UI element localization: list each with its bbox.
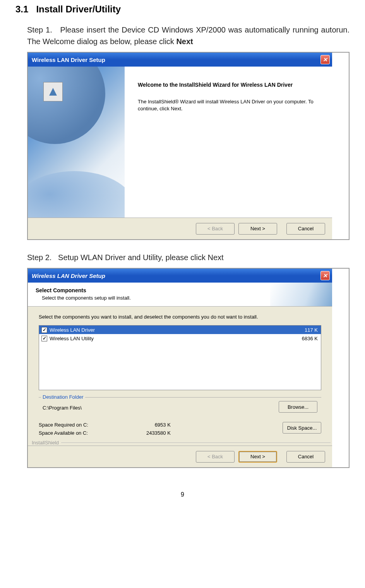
dialog1-titlebar: Wireless LAN Driver Setup ✕: [28, 53, 332, 67]
dialog2-titlebar: Wireless LAN Driver Setup ✕: [28, 269, 332, 283]
space-required-value: 6953 K: [146, 422, 171, 428]
dialog2-screenshot: Wireless LAN Driver Setup ✕ Select Compo…: [27, 268, 350, 468]
space-available-label: Space Available on C:: [39, 430, 88, 436]
next-button[interactable]: Next >: [238, 451, 277, 463]
list-item-size: 6836 K: [302, 336, 318, 341]
list-item-label: Wireless LAN Utility: [50, 336, 94, 341]
dialog2-footer: < Back Next > Cancel: [28, 446, 332, 467]
dialog1-screenshot: Wireless LAN Driver Setup ✕ Welcome to t…: [27, 52, 350, 240]
list-item-label: Wireless LAN Driver: [50, 327, 95, 333]
destination-folder-group: Destination Folder C:\Program Files\ Bro…: [39, 397, 321, 417]
dialog2-instruction: Select the components you want to instal…: [39, 314, 321, 321]
list-item[interactable]: ✓ Wireless LAN Utility 6836 K: [39, 334, 321, 343]
dialog1-welcome-title: Welcome to the InstallShield Wizard for …: [138, 81, 319, 89]
close-icon[interactable]: ✕: [320, 55, 330, 64]
disk-space-button[interactable]: Disk Space...: [283, 422, 321, 434]
list-item[interactable]: ✓ Wireless LAN Driver 117 K: [39, 326, 321, 334]
dialog2-title: Wireless LAN Driver Setup: [32, 273, 105, 279]
component-list[interactable]: ✓ Wireless LAN Driver 117 K ✓ Wireless L…: [39, 325, 321, 390]
dialog1-title: Wireless LAN Driver Setup: [32, 57, 105, 63]
section-heading: 3.1 Install Driver/Utility: [15, 4, 350, 15]
section-number: 3.1: [15, 4, 28, 14]
step2-text: Step 2. Setup WLAN Driver and Utility, p…: [27, 252, 350, 263]
destination-path: C:\Program Files\: [43, 403, 82, 411]
space-available-value: 2433580 K: [146, 430, 171, 436]
step1-bold: Next: [176, 37, 193, 46]
dialog2-header: Select Components Select the components …: [28, 283, 332, 307]
cancel-button[interactable]: Cancel: [286, 223, 325, 235]
section-title: Install Driver/Utility: [36, 4, 121, 14]
cancel-button[interactable]: Cancel: [286, 451, 325, 463]
step1-text: Step 1. Please insert the Device CD Wind…: [27, 24, 350, 47]
browse-button[interactable]: Browse...: [279, 401, 317, 413]
step2-body: Setup WLAN Driver and Utility, please cl…: [58, 253, 224, 262]
dialog1-welcome-text: The InstallShield® Wizard will install W…: [138, 98, 319, 112]
back-button: < Back: [196, 223, 235, 235]
dialog2-header-graphic: [270, 283, 332, 306]
destination-folder-legend: Destination Folder: [41, 394, 85, 400]
dialog1-footer: < Back Next > Cancel: [28, 218, 332, 239]
list-item-size: 117 K: [305, 327, 318, 333]
checkbox-icon[interactable]: ✓: [41, 336, 47, 341]
close-icon[interactable]: ✕: [320, 271, 330, 280]
page-number: 9: [15, 491, 350, 498]
dialog1-sidebar-graphic: [28, 67, 125, 218]
checkbox-icon[interactable]: ✓: [41, 327, 47, 333]
next-button[interactable]: Next >: [238, 223, 277, 235]
space-required-label: Space Required on C:: [39, 422, 88, 428]
back-button: < Back: [196, 451, 235, 463]
step2-label: Step 2.: [27, 253, 51, 262]
installshield-logo-icon: [43, 82, 63, 101]
step1-label: Step 1.: [27, 26, 52, 34]
installshield-label: InstallShield: [28, 439, 332, 446]
